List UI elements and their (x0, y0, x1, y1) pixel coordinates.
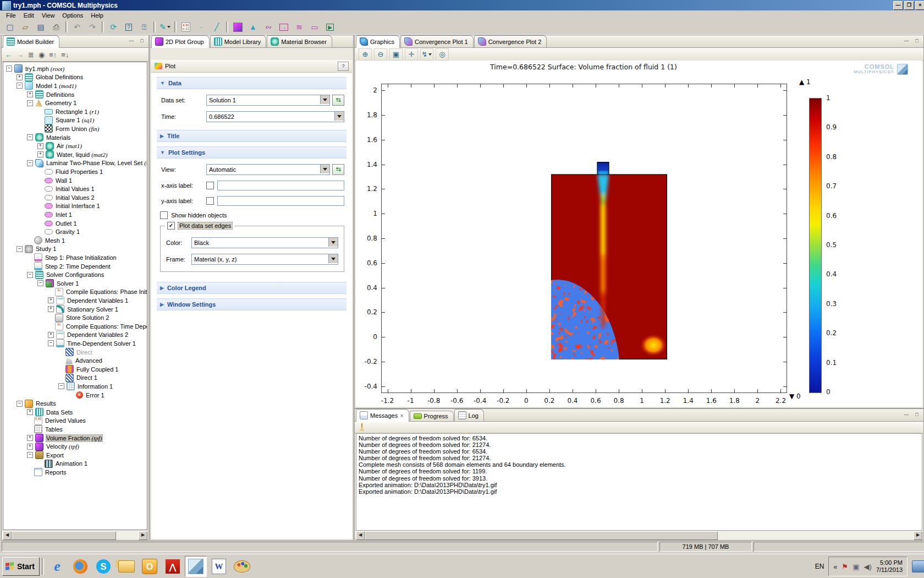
tab-messages[interactable]: Messages× (356, 409, 409, 422)
streamline-plot-button[interactable]: ∾ (261, 20, 276, 34)
expand-icon[interactable]: + (27, 435, 33, 441)
tab-graphics[interactable]: Graphics (356, 35, 400, 48)
tree-item-dependent-variables-2[interactable]: +uvwDependent Variables 2 (3, 331, 147, 340)
tree-item-wall-1[interactable]: Wall 1 (3, 176, 147, 185)
firefox-taskbar-icon[interactable] (69, 556, 91, 577)
tab-progress[interactable]: Progress (410, 411, 454, 421)
messages-horizontal-scrollbar[interactable]: ◀ ▶ (356, 531, 922, 539)
close-button[interactable]: × (915, 1, 924, 10)
zoom-out-button[interactable]: ⊖ (374, 48, 387, 61)
file-explorer-taskbar-icon[interactable] (116, 556, 138, 577)
tree-item-initial-interface-1[interactable]: Initial Interface 1 (3, 202, 147, 211)
section-window-settings[interactable]: ▶ Window Settings (157, 298, 346, 310)
help-button[interactable]: ? (122, 20, 136, 34)
panel-maximize-icon[interactable]: □ (912, 411, 921, 419)
scroll-right-icon[interactable]: ▶ (914, 531, 922, 540)
expand-icon[interactable]: + (48, 306, 54, 312)
tree-item-definitions[interactable]: +Definitions (3, 90, 147, 99)
scroll-left-icon[interactable]: ◀ (356, 531, 365, 540)
tree-item-dependent-variables-1[interactable]: +uvwDependent Variables 1 (3, 296, 147, 305)
tree-item-materials[interactable]: −Materials (3, 133, 147, 142)
tree-item-geometry-1[interactable]: −Geometry 1 (3, 99, 147, 107)
boundary-plot-button[interactable]: → (277, 20, 291, 34)
tree-item-advanced[interactable]: Advanced (3, 356, 147, 365)
dropdown-arrow-icon[interactable] (328, 254, 338, 263)
tree-item-initial-values-1[interactable]: Initial Values 1 (3, 184, 147, 193)
expand-icon[interactable]: + (16, 74, 23, 80)
dropdown-arrow-icon[interactable] (320, 165, 329, 173)
collapse-icon[interactable]: − (58, 383, 64, 389)
arrow-plot-button[interactable]: ▲ (246, 20, 260, 34)
scroll-right-icon[interactable]: ▶ (139, 531, 147, 540)
expand-icon[interactable]: + (48, 332, 54, 338)
view-combobox[interactable]: Automatic (206, 164, 330, 175)
tree-item-try1-mph[interactable]: −try1.mph (root) (3, 64, 147, 73)
tree-item-mesh-1[interactable]: Mesh 1 (3, 236, 147, 245)
tree-item-outlet-1[interactable]: Outlet 1 (3, 219, 147, 228)
collapse-icon[interactable]: − (27, 100, 33, 106)
plot-edges-checkbox[interactable]: ✓ (167, 222, 175, 230)
tab-log[interactable]: Log (454, 409, 484, 421)
tree-item-export[interactable]: −Export (3, 451, 147, 460)
data-set-combobox[interactable]: Solution 1 (206, 95, 330, 106)
chevron-expand-icon[interactable]: « (833, 563, 837, 571)
collapse-icon[interactable]: − (37, 280, 43, 286)
maximize-button[interactable]: ❐ (904, 1, 914, 10)
zoom-box-button[interactable]: ▣ (389, 48, 403, 61)
domain-plot-button[interactable]: ▭ (307, 20, 322, 34)
tree-item-results[interactable]: −Results (3, 399, 147, 408)
scroll-left-icon[interactable]: ◀ (3, 531, 12, 540)
collapse-icon[interactable]: − (48, 340, 54, 346)
internet-explorer-taskbar-icon[interactable]: e (46, 556, 68, 577)
documentation-button[interactable]: ⍰ (137, 20, 151, 34)
redo-button[interactable]: ↷ (85, 20, 100, 34)
y-axis-checkbox[interactable] (206, 197, 214, 205)
expand-icon[interactable]: + (27, 444, 33, 450)
geometry-line-button[interactable]: ╱ (210, 20, 224, 34)
color-combobox[interactable]: Black (191, 237, 338, 248)
minimize-button[interactable]: — (893, 1, 903, 10)
tree-item-animation-1[interactable]: Animation 1 (3, 460, 147, 468)
move-up-icon[interactable]: ≡↑ (49, 51, 57, 59)
x-axis-checkbox[interactable] (206, 182, 214, 189)
security-alert-icon[interactable]: ⚑ (842, 563, 849, 571)
acrobat-reader-taskbar-icon[interactable]: ⋀ (162, 556, 184, 577)
back-icon[interactable]: ← (5, 51, 12, 59)
model-builder-tab[interactable]: Model Builder (3, 35, 59, 48)
collapse-icon[interactable]: − (16, 83, 23, 89)
tree-item-study-1[interactable]: −Study 1 (3, 245, 147, 254)
tree-item-volume-fraction[interactable]: +Volume Fraction (tpf) (3, 434, 147, 443)
tab-material-browser[interactable]: Material Browser (267, 35, 332, 47)
collapse-icon[interactable]: − (27, 272, 33, 278)
tree-item-fully-coupled-1[interactable]: Fully Coupled 1 (3, 365, 147, 374)
collapse-icon[interactable]: − (27, 134, 33, 140)
panel-maximize-icon[interactable]: □ (912, 37, 921, 45)
tree-item-model-1[interactable]: −Model 1 (mod1) (3, 81, 147, 90)
plot-button[interactable]: Plot (165, 63, 175, 69)
tree-item-data-sets[interactable]: +Data Sets (3, 408, 147, 417)
new-file-button[interactable]: ▢ (3, 20, 17, 34)
paint-taskbar-icon[interactable] (231, 556, 253, 577)
tree-item-initial-values-2[interactable]: Initial Values 2 (3, 193, 147, 202)
tree-item-reports[interactable]: Reports (3, 468, 147, 477)
menu-view[interactable]: View (38, 12, 59, 19)
tree-item-store-solution-2[interactable]: Store Solution 2 (3, 313, 147, 322)
show-desktop-icon[interactable] (912, 560, 924, 572)
menu-edit[interactable]: Edit (20, 12, 38, 19)
panel-minimize-icon[interactable]: — (902, 411, 911, 419)
section-color-legend[interactable]: ▶ Color Legend (157, 282, 346, 294)
menu-options[interactable]: Options (58, 12, 87, 19)
move-down-icon[interactable]: ≡↓ (61, 51, 69, 59)
mesh-brush-button[interactable]: ✎ (158, 20, 172, 34)
tree-item-water-liquid[interactable]: +Water, liquid (mat2) (3, 150, 147, 159)
language-indicator[interactable]: EN (815, 563, 824, 570)
panel-maximize-icon[interactable]: □ (138, 37, 146, 45)
close-tab-icon[interactable]: × (400, 412, 403, 419)
section-title[interactable]: ▶ Title (157, 130, 346, 142)
forward-icon[interactable]: → (16, 51, 24, 59)
surface-plot-button[interactable] (230, 20, 245, 34)
zoom-in-button[interactable]: ⊕ (359, 48, 372, 61)
tab-model-library[interactable]: Model Library (210, 35, 267, 47)
tree-item-information-1[interactable]: −Information 1 (3, 382, 147, 391)
time-combobox[interactable]: 0.686522 (206, 111, 344, 122)
